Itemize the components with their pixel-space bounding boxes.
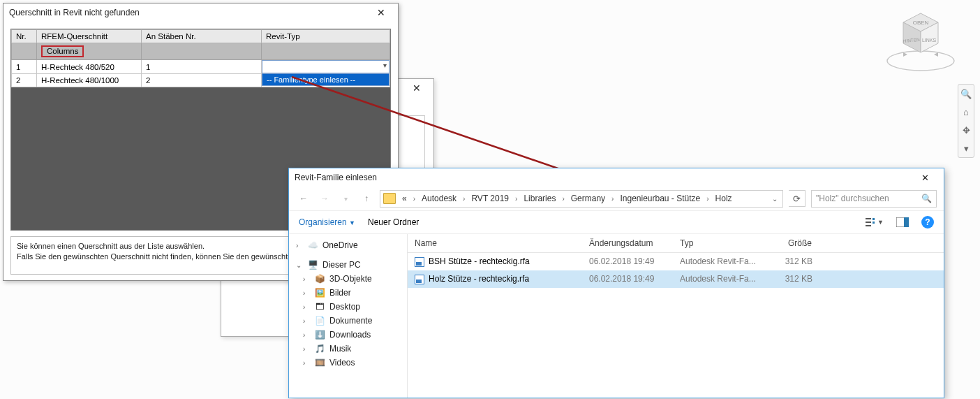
grid-header-row: Nr. RFEM-Querschnitt An Stäben Nr. Revit… — [12, 30, 390, 43]
col-stab[interactable]: An Stäben Nr. — [142, 30, 262, 43]
viewcube-right: LINKS — [922, 38, 937, 43]
file-list[interactable]: Name Änderungsdatum Typ Größe BSH Stütze… — [408, 234, 944, 398]
dialog-titlebar[interactable]: Querschnitt in Revit nicht gefunden ✕ — [3, 3, 398, 22]
toolbar-home-icon[interactable]: ⌂ — [958, 103, 974, 121]
svg-rect-9 — [866, 225, 871, 226]
col-size[interactable]: Größe — [764, 234, 819, 252]
rfa-file-icon — [415, 275, 424, 284]
cell-rfem: H-Rechteck 480/1000 — [37, 74, 142, 87]
close-button[interactable]: ✕ — [369, 5, 394, 20]
search-icon: 🔍 — [921, 194, 932, 203]
revit-type-dropdown-list[interactable]: -- Familientype einlesen -- — [262, 73, 389, 86]
col-date[interactable]: Änderungsdatum — [582, 234, 673, 252]
toolbar-chevron-icon[interactable]: ▾ — [958, 139, 974, 157]
tree-documents[interactable]: ›📄Dokumente — [292, 314, 404, 328]
viewcube[interactable]: OBEN LINKS HINTEN — [882, 3, 959, 73]
group-row-columns[interactable]: Columns — [12, 43, 390, 60]
side-toolbar: 🔍 ⌂ ✥ ▾ — [958, 84, 974, 158]
svg-point-0 — [887, 51, 954, 71]
folder-icon — [383, 193, 396, 204]
svg-rect-8 — [866, 222, 871, 223]
tree-videos[interactable]: ›🎞️Videos — [292, 356, 404, 370]
search-input[interactable]: "Holz" durchsuchen 🔍 — [811, 190, 937, 208]
cell-nr: 1 — [12, 60, 37, 74]
group-label: Columns — [41, 45, 84, 57]
viewcube-top: OBEN — [913, 20, 929, 26]
toolbar-zoom-icon[interactable]: 🔍 — [958, 85, 974, 103]
list-header[interactable]: Name Änderungsdatum Typ Größe — [408, 234, 944, 253]
close-button[interactable]: ✕ — [910, 169, 940, 186]
col-name[interactable]: Name — [408, 234, 582, 252]
refresh-button[interactable]: ⟳ — [789, 190, 805, 207]
svg-rect-7 — [866, 218, 871, 219]
cell-nr: 2 — [12, 74, 37, 87]
tree-music[interactable]: ›🎵Musik — [292, 342, 404, 356]
crumb-seg[interactable]: « — [399, 192, 410, 205]
col-revit[interactable]: Revit-Typ — [262, 30, 390, 43]
file-row-selected[interactable]: Holz Stütze - rechteckig.rfa 06.02.2018 … — [408, 270, 944, 288]
file-open-dialog: Revit-Familie einlesen ✕ ← → ▾ ↑ «› Auto… — [288, 168, 944, 398]
preview-pane-button[interactable] — [893, 215, 912, 230]
crumb-seg[interactable]: RVT 2019 — [468, 192, 512, 205]
folder-tree[interactable]: ›☁️OneDrive ⌄🖥️Dieser PC ›📦3D-Objekte ›🖼… — [289, 234, 408, 398]
revit-type-dropdown[interactable]: ▾ -- Familientype einlesen -- — [262, 60, 389, 73]
breadcrumb[interactable]: «› Autodesk› RVT 2019› Libraries› German… — [380, 190, 783, 208]
tree-onedrive[interactable]: ›☁️OneDrive — [292, 238, 404, 252]
close-icon[interactable]: ✕ — [404, 80, 429, 96]
organise-button[interactable]: Organisieren ▼ — [299, 217, 355, 227]
col-rfem[interactable]: RFEM-Querschnitt — [37, 30, 142, 43]
col-nr[interactable]: Nr. — [12, 30, 37, 43]
crumb-seg[interactable]: Ingenieurbau - Stütze — [617, 192, 703, 205]
chevron-down-icon[interactable]: ⌄ — [770, 195, 780, 203]
svg-rect-13 — [904, 217, 909, 227]
rfa-file-icon — [415, 257, 424, 267]
svg-marker-4 — [934, 52, 938, 57]
table-row[interactable]: 1 H-Rechteck 480/520 1 ▾ -- Familientype… — [12, 60, 390, 74]
tree-desktop[interactable]: ›🗔Desktop — [292, 300, 404, 314]
crumb-seg[interactable]: Autodesk — [419, 192, 459, 205]
nav-back-button[interactable]: ← — [296, 191, 311, 206]
crumb-seg[interactable]: Libraries — [521, 192, 558, 205]
svg-rect-10 — [873, 218, 875, 220]
dialog-title: Querschnitt in Revit nicht gefunden — [9, 8, 140, 17]
nav-recent-button[interactable]: ▾ — [338, 191, 353, 206]
tree-downloads[interactable]: ›⬇️Downloads — [292, 328, 404, 342]
col-type[interactable]: Typ — [673, 234, 764, 252]
crumb-seg[interactable]: Germany — [568, 192, 608, 205]
file-dialog-titlebar[interactable]: Revit-Familie einlesen ✕ — [289, 168, 944, 187]
tree-pictures[interactable]: ›🖼️Bilder — [292, 286, 404, 300]
new-folder-button[interactable]: Neuer Ordner — [368, 217, 419, 227]
help-button[interactable]: ? — [921, 216, 934, 228]
file-row[interactable]: BSH Stütze - rechteckig.rfa 06.02.2018 1… — [408, 253, 944, 270]
toolbar-pan-icon[interactable]: ✥ — [958, 121, 974, 139]
tree-this-pc[interactable]: ⌄🖥️Dieser PC — [292, 258, 404, 272]
svg-marker-5 — [903, 52, 907, 57]
nav-forward-button: → — [317, 191, 332, 206]
cell-rfem: H-Rechteck 480/520 — [37, 60, 142, 74]
cell-stab: 1 — [142, 60, 262, 74]
tree-3d-objects[interactable]: ›📦3D-Objekte — [292, 272, 404, 286]
chevron-down-icon: ▾ — [383, 61, 387, 69]
nav-up-button[interactable]: ↑ — [359, 191, 374, 206]
crumb-seg[interactable]: Holz — [713, 192, 735, 205]
search-placeholder: "Holz" durchsuchen — [816, 194, 889, 203]
view-options-button[interactable]: ▼ — [866, 215, 884, 230]
svg-rect-11 — [873, 222, 875, 224]
cell-stab: 2 — [142, 74, 262, 87]
dropdown-option-load-family[interactable]: -- Familientype einlesen -- — [262, 74, 389, 85]
file-dialog-title: Revit-Familie einlesen — [295, 173, 377, 182]
